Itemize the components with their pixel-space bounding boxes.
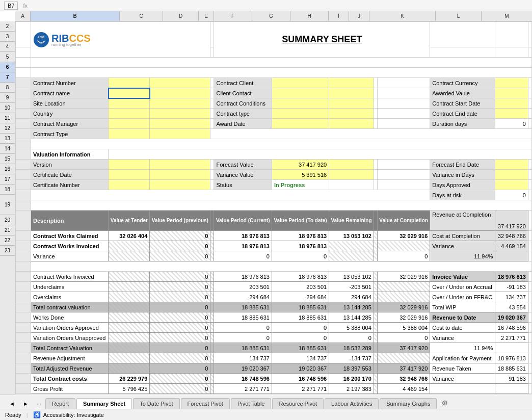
cell-e32 <box>210 353 214 363</box>
col-header-g: G <box>252 11 290 21</box>
cell-client-contact-value2[interactable] <box>329 88 374 98</box>
cell-contract-name-value[interactable] <box>109 88 150 98</box>
cell-logo: RIB RIBCCS running together <box>31 22 210 58</box>
cell-contract-type-right-value[interactable] <box>272 109 329 119</box>
cell-i30 <box>374 333 377 343</box>
tab-labour-activities[interactable]: Labour Activities <box>325 398 379 409</box>
cell-client-contact-value[interactable] <box>272 88 329 98</box>
cell-r24-vr: 13 053 102 <box>329 272 374 282</box>
tab-scroll-left[interactable]: ◄ <box>5 399 19 409</box>
row-num-11: 11 <box>0 113 15 123</box>
cell-site-location-value[interactable] <box>109 98 150 109</box>
cell-m32 <box>528 353 531 363</box>
cell-cost-completion-label: Cost at Completion <box>430 231 495 241</box>
cell-contract-client-value[interactable] <box>272 78 329 88</box>
cell-contract-conditions-value2[interactable] <box>329 98 374 109</box>
cell-country-value[interactable] <box>109 109 150 119</box>
cell-variance-value-value[interactable]: 5 391 516 <box>272 170 329 180</box>
cell-works-done-vat <box>109 312 150 323</box>
cell-j6 <box>377 78 430 88</box>
cell-awarded-value-value[interactable] <box>495 88 528 98</box>
cell-total-adj-rev-vat <box>109 363 150 374</box>
cell-i33 <box>374 363 377 374</box>
cell-overclaims-vat <box>109 292 150 302</box>
cell-contract-type-left-value[interactable] <box>109 129 150 139</box>
cell-contract-manager-value2[interactable] <box>150 119 210 129</box>
cell-award-date-value[interactable] <box>272 119 329 129</box>
cell-award-date-value2[interactable] <box>329 119 374 129</box>
tab-pivot-table[interactable]: Pivot Table <box>231 398 272 409</box>
grid-content[interactable]: RIB RIBCCS running together <box>15 21 532 395</box>
cell-m27 <box>528 302 531 312</box>
cell-duration-days-value[interactable]: 0 <box>495 119 528 129</box>
cell-site-location-value2[interactable] <box>150 98 210 109</box>
cell-contract-name-value2[interactable] <box>150 88 210 98</box>
cell-contract-conditions-value[interactable] <box>272 98 329 109</box>
cell-variance-top-value: 4 469 154 <box>495 241 528 251</box>
tab-summary-graphs[interactable]: Summary Graphs <box>380 398 437 409</box>
cell-days-approved-value[interactable] <box>495 180 528 190</box>
cell-contract-number-value[interactable] <box>109 78 150 88</box>
row-34: Total Contract costs 26 229 979 0 16 748… <box>16 374 532 384</box>
cell-vo-approved-vr: 5 388 004 <box>329 323 374 333</box>
cell-variance-vac: 0 <box>377 251 430 261</box>
cell-gross-profit-vat: 5 796 425 <box>109 384 150 394</box>
cell-cert-date-value[interactable] <box>109 170 150 180</box>
cell-contract-client-value2[interactable] <box>329 78 374 88</box>
tab-forecast-pivot[interactable]: Forecast Pivot <box>181 398 230 409</box>
cell-version-value[interactable] <box>109 160 150 170</box>
cell-total-adj-rev-vac: 37 417 920 <box>377 363 430 374</box>
cell-e27 <box>210 302 214 312</box>
cell-country-value2[interactable] <box>150 109 210 119</box>
cell-contract-type-left-value2[interactable] <box>150 129 210 139</box>
tab-add[interactable]: ⊕ <box>438 397 452 409</box>
cell-variance-value-value2[interactable] <box>329 170 374 180</box>
cell-variance-days-value[interactable] <box>495 170 528 180</box>
cell-i8 <box>374 98 377 109</box>
cell-forecast-value-value2[interactable] <box>329 160 374 170</box>
cell-contract-start-value[interactable] <box>495 98 528 109</box>
cell-b4 <box>31 58 532 68</box>
cell-m33 <box>528 363 531 374</box>
cell-vpc-header: Value Period (Current) <box>214 211 272 231</box>
cell-cert-num-value2[interactable] <box>150 180 210 190</box>
row-num-7: 7 <box>0 72 15 83</box>
cell-contract-type-right-value2[interactable] <box>329 109 374 119</box>
cell-e33 <box>210 363 214 374</box>
tab-more[interactable]: ··· <box>33 399 45 409</box>
cell-forecast-value-label: Forecast Value <box>214 160 272 170</box>
cell-m34 <box>528 374 531 384</box>
cell-i31 <box>374 343 377 353</box>
cell-contract-manager-value[interactable] <box>109 119 150 129</box>
cell-cost-completion-value: 32 948 766 <box>495 231 528 241</box>
cell-m3 <box>528 47 531 58</box>
cell-status-value[interactable]: In Progress <box>272 180 329 190</box>
cell-works-done-vpc: 18 885 631 <box>214 312 272 323</box>
cell-contract-type-left-label: Contract Type <box>31 129 109 139</box>
cell-cert-date-value2[interactable] <box>150 170 210 180</box>
tab-summary-sheet[interactable]: Summary Sheet <box>76 398 132 409</box>
cell-contract-end-value[interactable] <box>495 109 528 119</box>
logo-text-container: RIBCCS running together <box>51 33 91 47</box>
cell-r24-vac: 32 029 916 <box>377 272 430 282</box>
tab-resource-pivot[interactable]: Resource Pivot <box>272 398 324 409</box>
cell-contract-number-value2[interactable] <box>150 78 210 88</box>
cell-a35 <box>16 384 31 394</box>
cell-forecast-value-value[interactable]: 37 417 920 <box>272 160 329 170</box>
cell-contract-currency-value[interactable] <box>495 78 528 88</box>
cell-version-value2[interactable] <box>150 160 210 170</box>
cell-contract-manager-label: Contract Manager <box>31 119 109 129</box>
cell-e29 <box>210 323 214 333</box>
row-16: Certificate Number Status In Progress Da… <box>16 180 532 190</box>
tab-report[interactable]: Report <box>45 398 75 409</box>
formula-icon: fx <box>23 3 28 9</box>
cell-forecast-end-value[interactable] <box>495 160 528 170</box>
cell-works-done-vr: 13 144 285 <box>329 312 374 323</box>
row-33: Total Adjusted Revenue 0 19 020 367 19 0… <box>16 363 532 374</box>
tab-scroll-right[interactable]: ► <box>19 399 33 409</box>
cell-e21 <box>210 241 214 251</box>
cell-a5 <box>16 68 31 78</box>
cell-cert-num-value[interactable] <box>109 180 150 190</box>
tab-to-date-pivot[interactable]: To Date Pivot <box>133 398 179 409</box>
cell-app-payment-value: 18 976 813 <box>495 353 528 363</box>
